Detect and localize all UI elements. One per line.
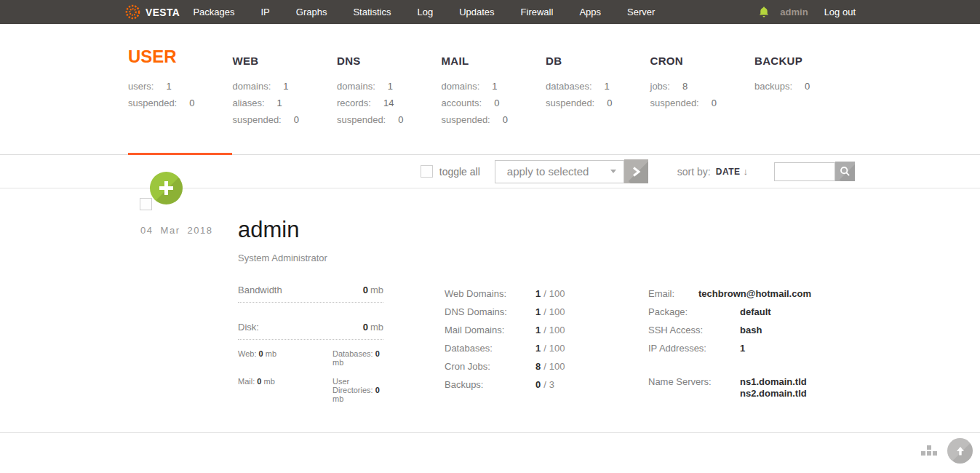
stats-section-user: USER users:1 suspended:0: [128, 47, 233, 154]
nav-item-graphs[interactable]: Graphs: [296, 7, 327, 17]
top-navigation: VESTA Packages IP Graphs Statistics Log …: [0, 0, 980, 24]
bandwidth-row: Bandwidth 0mb: [238, 285, 383, 303]
scroll-to-top-button[interactable]: [947, 438, 973, 464]
quota-column: Web Domains:1/100 DNS Domains:1/100 Mail…: [445, 285, 590, 403]
stat-row: backups:0: [754, 78, 859, 95]
stat-row: jobs:8: [650, 78, 755, 95]
nav-right-cluster: admin Log out: [759, 7, 856, 18]
nav-menu: Packages IP Graphs Statistics Log Update…: [193, 7, 655, 17]
nav-item-apps[interactable]: Apps: [579, 7, 601, 17]
logout-link[interactable]: Log out: [824, 7, 856, 17]
quota-row: Web Domains:1/100: [445, 285, 590, 303]
name-server-1: ns1.domain.tld: [740, 376, 807, 388]
breakdown-item: Web: 0 mb: [238, 349, 332, 367]
search-button[interactable]: [835, 162, 855, 181]
list-toolbar: toggle all apply to selected sort by: DA…: [0, 155, 980, 188]
stats-section-cron: CRON jobs:8 suspended:0: [650, 47, 755, 154]
stat-row: records:14: [337, 95, 442, 111]
tab-user[interactable]: USER: [128, 47, 177, 67]
nav-item-firewall[interactable]: Firewall: [521, 7, 554, 17]
nav-item-updates[interactable]: Updates: [459, 7, 494, 17]
tab-web[interactable]: WEB: [233, 55, 259, 67]
arrow-up-icon: [955, 445, 966, 457]
row-select-checkbox[interactable]: [140, 198, 152, 210]
breakdown-item: User Directories: 0 mb: [332, 377, 383, 403]
magnifier-icon: [840, 166, 850, 177]
add-user-button[interactable]: [150, 172, 183, 204]
quota-row: Mail Domains:1/100: [445, 321, 590, 339]
quota-row: Cron Jobs:8/100: [445, 357, 590, 375]
breakdown-item: Databases: 0 mb: [332, 349, 383, 367]
search-input[interactable]: [774, 162, 835, 181]
tab-mail[interactable]: MAIL: [442, 55, 469, 67]
user-list: 04 Mar 2018 admin System Administrator B…: [0, 188, 980, 433]
apply-to-selected-value: apply to selected: [507, 165, 610, 178]
usage-dots-icon[interactable]: [921, 445, 937, 457]
stat-row: suspended:0: [650, 95, 755, 111]
quota-row: Backups:0/3: [445, 375, 590, 394]
tab-cron[interactable]: CRON: [650, 55, 683, 67]
name-server-2: ns2.domain.tld: [740, 388, 807, 400]
chevron-right-icon: [630, 166, 642, 178]
detail-columns: Bandwidth 0mb Disk: 0mb Web: 0 mb Databa…: [238, 285, 837, 403]
stat-row: accounts:0: [442, 95, 546, 111]
nav-item-log[interactable]: Log: [417, 7, 433, 17]
username-title: admin: [238, 218, 837, 242]
quota-row: Databases:1/100: [445, 339, 590, 357]
quota-row: DNS Domains:1/100: [445, 303, 590, 321]
disk-row: Disk: 0mb: [238, 322, 383, 340]
stat-row: domains:1: [337, 78, 442, 95]
plus-icon: [156, 176, 183, 204]
stat-row: suspended:0: [337, 111, 442, 128]
stats-band: USER users:1 suspended:0 WEB domains:1 a…: [0, 24, 980, 155]
notifications-bell-icon[interactable]: [759, 7, 769, 18]
entry-date: 04 Mar 2018: [140, 225, 213, 236]
footer-bar: [0, 433, 980, 473]
name-servers-row: Name Servers: ns1.domain.tld ns2.domain.…: [648, 376, 837, 400]
nav-user-profile[interactable]: admin: [780, 7, 808, 17]
stats-section-dns: DNS domains:1 records:14 suspended:0: [337, 47, 442, 154]
account-row-email: Email:techbrown@hotmail.com: [648, 285, 837, 303]
stat-row: suspended:0: [546, 95, 650, 111]
vesta-logo[interactable]: VESTA: [125, 4, 183, 20]
search-group: [774, 162, 855, 181]
breakdown-item: Mail: 0 mb: [238, 377, 332, 403]
stat-row: suspended:0: [128, 95, 233, 111]
account-row-ssh: SSH Access:bash: [648, 321, 837, 339]
active-tab-underline: [128, 153, 232, 155]
nav-item-ip[interactable]: IP: [261, 7, 270, 17]
stats-section-db: DB databases:1 suspended:0: [546, 47, 650, 154]
stat-row: suspended:0: [442, 111, 546, 128]
stat-row: suspended:0: [233, 111, 338, 128]
stat-row: databases:1: [546, 78, 650, 95]
nav-item-statistics[interactable]: Statistics: [353, 7, 391, 17]
apply-button[interactable]: [624, 159, 648, 183]
apply-to-selected-select[interactable]: apply to selected: [495, 160, 624, 183]
toggle-all-checkbox[interactable]: [421, 165, 433, 178]
sort-control[interactable]: sort by: DATE ↓: [677, 166, 748, 178]
account-row-ip: IP Addresses:1: [648, 339, 837, 357]
account-column: Email:techbrown@hotmail.com Package:defa…: [648, 285, 837, 403]
usage-column: Bandwidth 0mb Disk: 0mb Web: 0 mb Databa…: [238, 285, 383, 403]
sort-by-label: sort by:: [677, 166, 711, 178]
stat-row: users:1: [128, 78, 233, 95]
brand-name: VESTA: [146, 6, 180, 18]
sort-value: DATE: [716, 167, 741, 177]
stat-row: domains:1: [233, 78, 338, 95]
nav-item-packages[interactable]: Packages: [193, 7, 234, 17]
stats-section-mail: MAIL domains:1 accounts:0 suspended:0: [442, 47, 546, 154]
disk-breakdown: Web: 0 mb Databases: 0 mb Mail: 0 mb Use…: [238, 349, 383, 403]
stat-row: aliases:1: [233, 95, 338, 111]
account-row-package: Package:default: [648, 303, 837, 321]
stats-section-web: WEB domains:1 aliases:1 suspended:0: [233, 47, 338, 154]
nav-item-server[interactable]: Server: [627, 7, 655, 17]
caret-down-icon: [610, 170, 616, 173]
tab-dns[interactable]: DNS: [337, 55, 361, 67]
sort-direction-icon: ↓: [744, 166, 749, 177]
tab-backup[interactable]: BACKUP: [754, 55, 802, 67]
tab-db[interactable]: DB: [546, 55, 562, 67]
toggle-all-label: toggle all: [439, 166, 480, 178]
stat-row: domains:1: [442, 78, 546, 95]
user-entry-details: admin System Administrator Bandwidth 0mb…: [238, 218, 837, 403]
vesta-logo-icon: [125, 4, 140, 20]
